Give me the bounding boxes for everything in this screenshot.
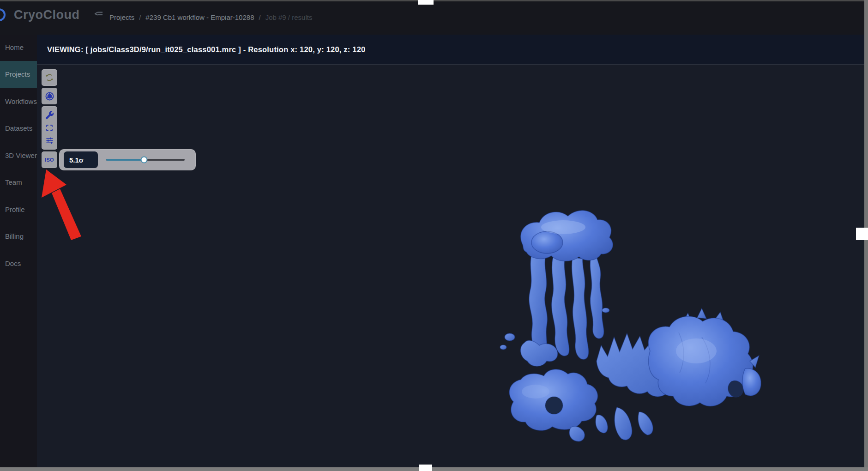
logo-link[interactable]: CryoCloud (0, 5, 104, 25)
fullscreen-icon[interactable] (45, 124, 54, 132)
sidebar-item-profile[interactable]: Profile (0, 196, 37, 223)
iso-button[interactable]: ISO (42, 151, 57, 168)
sidebar-item-datasets[interactable]: Datasets (0, 115, 37, 142)
sidebar-item-team[interactable]: Team (0, 169, 37, 196)
tune-icon[interactable] (45, 136, 54, 145)
crop-strip-bottom (0, 467, 868, 471)
top-header: CryoCloud Projects / #239 Cb1 workflow -… (0, 0, 868, 35)
aperture-icon (45, 91, 54, 101)
sidebar-item-workflows[interactable]: Workflows (0, 88, 37, 115)
app-frame: Home Projects Workflows Datasets 3D View… (0, 0, 868, 471)
logo-mark-icon (0, 8, 6, 21)
viewing-title: VIEWING: [ jobs/Class3D/9/run_it025_clas… (47, 45, 365, 54)
iso-slider[interactable] (106, 156, 185, 163)
viewing-header: VIEWING: [ jobs/Class3D/9/run_it025_clas… (37, 35, 864, 65)
slider-fill (106, 159, 144, 161)
sidebar-nav: Home Projects Workflows Datasets 3D View… (0, 34, 37, 277)
sidebar-item-3d-viewer[interactable]: 3D Viewer (0, 142, 37, 169)
sidebar-item-home[interactable]: Home (0, 34, 37, 61)
sidebar-item-projects[interactable]: Projects (0, 61, 37, 88)
collapse-sidebar-icon (94, 11, 104, 19)
crop-handle-right[interactable] (856, 228, 868, 240)
iso-button-label: ISO (45, 157, 54, 163)
collapse-sidebar-button[interactable] (94, 11, 104, 19)
breadcrumb-item-workflow[interactable]: #239 Cb1 workflow - Empiar-10288 (145, 13, 254, 21)
logo-text: CryoCloud (14, 8, 80, 22)
crop-handle-top[interactable] (418, 0, 434, 5)
sidebar: Home Projects Workflows Datasets 3D View… (0, 0, 37, 471)
sidebar-item-docs[interactable]: Docs (0, 250, 37, 277)
breadcrumb: Projects / #239 Cb1 workflow - Empiar-10… (109, 0, 312, 35)
sidebar-item-billing[interactable]: Billing (0, 223, 37, 250)
breadcrumb-item-job-results: Job #9 / results (265, 13, 313, 21)
iso-popup: 5.1σ (59, 149, 196, 170)
wrench-icon[interactable] (45, 111, 54, 120)
slider-thumb[interactable] (140, 157, 147, 163)
rotate-icon (45, 73, 54, 82)
crop-strip-top (0, 0, 868, 1)
aperture-button[interactable] (42, 88, 57, 104)
crop-handle-bottom[interactable] (419, 465, 432, 471)
tool-group (42, 106, 57, 150)
iso-value-box: 5.1σ (64, 151, 98, 168)
density-map-model[interactable] (480, 199, 766, 443)
rotate-button[interactable] (42, 69, 57, 86)
breadcrumb-separator: / (139, 13, 141, 21)
breadcrumb-item-projects[interactable]: Projects (109, 13, 134, 21)
viewer-toolbar: ISO (42, 69, 57, 170)
breadcrumb-separator: / (259, 13, 260, 21)
